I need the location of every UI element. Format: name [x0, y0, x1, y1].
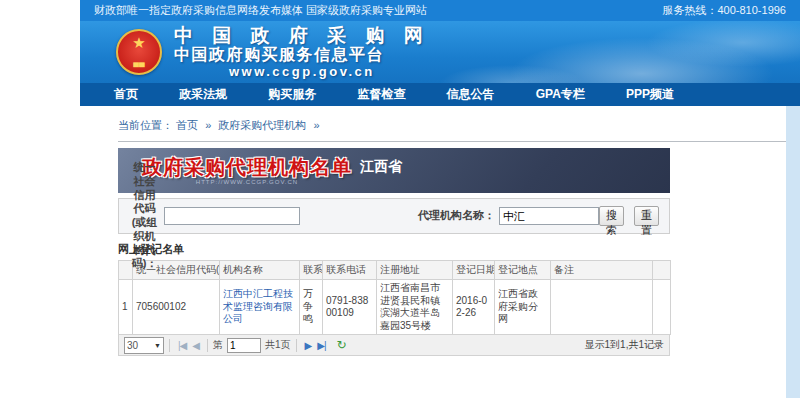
col-phone: 联系电话	[323, 261, 377, 280]
site-subtitle: 中国政府购买服务信息平台	[174, 46, 430, 64]
table-header-row: 统一社会信用代码(或组织机构代码) 机构名称 联系人 联系电话 注册地址 登记日…	[119, 261, 671, 280]
chevron-down-icon: ▼	[154, 342, 161, 349]
first-page-button[interactable]: |◀	[178, 340, 186, 351]
breadcrumb-prefix: 当前位置：	[118, 119, 173, 131]
site-header: ★ ▄▄ 中 国 政 府 采 购 网 中国政府购买服务信息平台 www.ccgp…	[80, 21, 800, 83]
pagination-bar: 30 ▼ |◀ ◀ 第 共1页 ▶ ▶| ↻ 显示1到1,共1记录	[118, 335, 670, 356]
next-page-button[interactable]: ▶	[305, 340, 312, 351]
right-background-strip	[786, 106, 800, 398]
site-title: 中 国 政 府 采 购 网	[174, 25, 430, 46]
breadcrumb-home-link[interactable]: 首页	[176, 119, 198, 131]
page-number-input[interactable]	[227, 338, 261, 353]
refresh-icon[interactable]: ↻	[337, 338, 347, 352]
cell-index: 1	[119, 280, 133, 335]
breadcrumb-divider	[118, 141, 786, 142]
breadcrumb-section-link[interactable]: 政府采购代理机构	[218, 119, 306, 131]
cell-extra	[653, 280, 671, 335]
nav-item-home[interactable]: 首页	[114, 86, 138, 103]
pager-divider	[207, 339, 208, 352]
emblem-star-icon: ★	[118, 35, 160, 50]
nav-item-gpa[interactable]: GPA专栏	[536, 86, 585, 103]
page-prefix-label: 第	[213, 338, 223, 352]
credit-code-input[interactable]	[164, 207, 300, 225]
last-page-button[interactable]: ▶|	[317, 340, 325, 351]
col-agency-name: 机构名称	[220, 261, 300, 280]
agency-name-label: 代理机构名称：	[418, 209, 495, 223]
col-extra	[653, 261, 671, 280]
agency-name-input[interactable]	[499, 207, 599, 225]
agency-table: 统一社会信用代码(或组织机构代码) 机构名称 联系人 联系电话 注册地址 登记日…	[118, 260, 671, 335]
content-area: 当前位置： 首页 » 政府采购代理机构 » 政府采购代理机构名单 HTTP://…	[80, 106, 800, 409]
agency-detail-link[interactable]: 江西中汇工程技术监理咨询有限公司	[223, 288, 293, 324]
page-wrapper: 财政部唯一指定政府采购信息网络发布媒体 国家级政府采购专业网站 服务热线：400…	[80, 0, 800, 409]
top-bar: 财政部唯一指定政府采购信息网络发布媒体 国家级政府采购专业网站 服务热线：400…	[80, 0, 800, 21]
main-nav-items: 首页 政采法规 购买服务 监督检查 信息公告 GPA专栏 PPP频道	[114, 86, 674, 103]
banner-region-label: 江西省	[360, 158, 402, 176]
breadcrumb-separator: »	[205, 119, 211, 131]
nav-item-supervision[interactable]: 监督检查	[357, 86, 405, 103]
cell-reg-date: 2016-02-26	[453, 280, 495, 335]
page-size-value: 30	[127, 340, 138, 351]
col-reg-place: 登记地点	[495, 261, 551, 280]
main-nav: 首页 政采法规 购买服务 监督检查 信息公告 GPA专栏 PPP频道	[80, 83, 800, 106]
page-size-select[interactable]: 30 ▼	[124, 337, 164, 354]
breadcrumb-separator: »	[313, 119, 319, 131]
cell-address: 江西省南昌市进贤县民和镇滨湖大道半岛嘉园35号楼	[377, 280, 453, 335]
agency-list-module: 政府采购代理机构名单 HTTP://WWW.CCGP.GOV.CN 江西省 统一…	[118, 148, 670, 356]
cell-credit-code: 705600102	[133, 280, 220, 335]
pager-divider	[296, 339, 297, 352]
col-credit-code: 统一社会信用代码(或组织机构代码)	[133, 261, 220, 280]
search-panel: 统一社会信用代码(或组织机构代码)： 代理机构名称： 搜索 重置	[118, 198, 670, 234]
site-title-block: 中 国 政 府 采 购 网 中国政府购买服务信息平台 www.ccgp.gov.…	[174, 25, 430, 79]
pager-divider	[169, 339, 170, 352]
cell-phone: 0791-83800109	[323, 280, 377, 335]
prev-page-button[interactable]: ◀	[192, 340, 199, 351]
service-hotline: 服务热线：400-810-1996	[662, 3, 786, 18]
search-button[interactable]: 搜索	[599, 206, 624, 226]
table-row: 1 705600102 江西中汇工程技术监理咨询有限公司 万争鸣 0791-83…	[119, 280, 671, 335]
breadcrumb: 当前位置： 首页 » 政府采购代理机构 »	[80, 106, 800, 139]
list-title: 网上登记名单	[118, 242, 670, 257]
module-banner: 政府采购代理机构名单 HTTP://WWW.CCGP.GOV.CN 江西省	[118, 148, 670, 193]
cell-remark	[551, 280, 653, 335]
col-remark: 备注	[551, 261, 653, 280]
pager-record-info: 显示1到1,共1记录	[585, 338, 664, 352]
banner-title-block: 政府采购代理机构名单 HTTP://WWW.CCGP.GOV.CN	[142, 156, 352, 186]
nav-item-ppp[interactable]: PPP频道	[626, 86, 674, 103]
emblem-gate-icon: ▄▄	[118, 59, 160, 67]
top-slogan: 财政部唯一指定政府采购信息网络发布媒体 国家级政府采购专业网站	[94, 3, 427, 18]
page-total-label: 共1页	[265, 338, 291, 352]
banner-title: 政府采购代理机构名单	[142, 156, 352, 178]
site-url: www.ccgp.gov.cn	[174, 64, 430, 79]
nav-item-purchase-services[interactable]: 购买服务	[268, 86, 316, 103]
nav-item-regulations[interactable]: 政采法规	[179, 86, 227, 103]
col-reg-date: 登记日期	[453, 261, 495, 280]
nav-item-announcements[interactable]: 信息公告	[447, 86, 495, 103]
col-address: 注册地址	[377, 261, 453, 280]
cell-reg-place: 江西省政府采购分网	[495, 280, 551, 335]
reset-button[interactable]: 重置	[634, 206, 659, 226]
cell-contact: 万争鸣	[300, 280, 323, 335]
banner-url-text: HTTP://WWW.CCGP.GOV.CN	[196, 178, 298, 186]
national-emblem-icon: ★ ▄▄	[116, 29, 162, 75]
col-contact: 联系人	[300, 261, 323, 280]
